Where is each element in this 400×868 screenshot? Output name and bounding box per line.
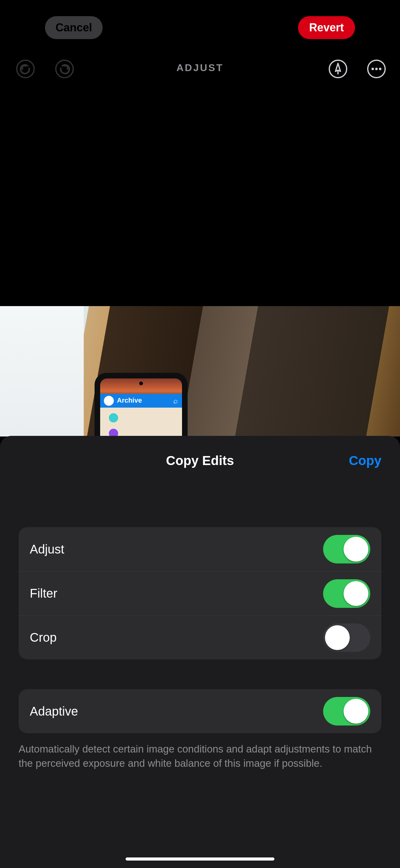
ellipsis-circle-icon — [367, 59, 386, 79]
row-adjust-label: Adjust — [30, 542, 64, 556]
toggle-adaptive[interactable] — [323, 697, 370, 725]
cancel-button[interactable]: Cancel — [45, 16, 103, 39]
row-adaptive: Adaptive — [19, 689, 381, 733]
editor-nav: Cancel Revert — [0, 16, 400, 47]
editor-toolbar: ADJUST — [0, 59, 400, 84]
photo-laptop-text: Heads & services Is integration ad optio… — [4, 315, 78, 368]
svg-point-6 — [375, 68, 378, 70]
row-filter: Filter — [19, 571, 381, 615]
edit-types-group: Adjust Filter Crop — [19, 527, 381, 659]
row-crop: Crop — [19, 615, 381, 659]
adaptive-group: Adaptive — [19, 689, 381, 733]
search-icon: ⌕ — [173, 397, 178, 405]
toggle-crop[interactable] — [323, 623, 370, 652]
toggle-adjust[interactable] — [323, 535, 370, 563]
svg-point-5 — [371, 68, 374, 70]
revert-button[interactable]: Revert — [298, 16, 355, 39]
row-crop-label: Crop — [30, 630, 57, 645]
adaptive-description: Automatically detect certain image condi… — [19, 742, 381, 771]
sheet-title: Copy Edits — [0, 453, 400, 468]
copy-edits-sheet: Copy Edits Copy Adjust Filter Crop Adapt… — [0, 436, 400, 868]
markup-icon — [328, 59, 348, 79]
photo-phone: Archive ⌕ — [95, 373, 188, 436]
photo-phone-title: Archive — [117, 397, 142, 404]
home-indicator[interactable] — [126, 858, 274, 861]
copy-button[interactable]: Copy — [349, 453, 381, 468]
more-button[interactable] — [367, 59, 386, 79]
row-filter-label: Filter — [30, 586, 57, 600]
photo-preview: Heads & services Is integration ad optio… — [0, 306, 400, 436]
svg-point-7 — [379, 68, 381, 70]
sheet-header: Copy Edits Copy — [0, 436, 400, 495]
markup-button[interactable] — [328, 59, 348, 79]
row-adjust: Adjust — [19, 527, 381, 571]
toggle-filter[interactable] — [323, 579, 370, 608]
row-adaptive-label: Adaptive — [30, 704, 78, 718]
